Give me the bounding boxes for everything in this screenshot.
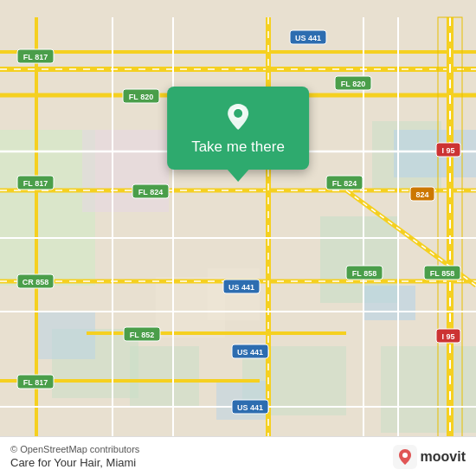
popup-label: Take me there [191, 138, 285, 156]
svg-text:FL 820: FL 820 [341, 80, 365, 88]
svg-text:FL 817: FL 817 [23, 378, 48, 387]
moovit-brand-text: moovit [421, 449, 466, 465]
map-roads: FL 817 US 441 FL 820 FL 820 I 95 FL 817 … [0, 0, 476, 476]
svg-text:FL 858: FL 858 [352, 269, 376, 278]
svg-text:FL 824: FL 824 [332, 179, 357, 188]
svg-text:FL 858: FL 858 [430, 269, 454, 278]
svg-text:I 95: I 95 [441, 332, 454, 341]
svg-text:FL 852: FL 852 [130, 331, 154, 339]
svg-text:FL 820: FL 820 [129, 93, 153, 101]
svg-text:CR 858: CR 858 [23, 278, 49, 286]
svg-text:I 95: I 95 [441, 146, 454, 155]
svg-rect-7 [394, 130, 476, 177]
svg-rect-9 [35, 312, 95, 359]
map-popup[interactable]: Take me there [167, 87, 309, 170]
svg-text:FL 824: FL 824 [138, 188, 163, 196]
svg-text:US 441: US 441 [237, 348, 263, 357]
svg-rect-8 [363, 286, 415, 320]
moovit-logo: moovit [393, 445, 466, 469]
svg-text:US 441: US 441 [295, 34, 321, 42]
svg-point-82 [402, 453, 408, 458]
svg-rect-0 [0, 130, 95, 286]
svg-text:FL 817: FL 817 [23, 53, 48, 61]
map-container: FL 817 US 441 FL 820 FL 820 I 95 FL 817 … [0, 0, 476, 476]
svg-text:FL 817: FL 817 [23, 179, 48, 188]
svg-text:US 441: US 441 [228, 283, 254, 292]
map-attribution: © OpenStreetMap contributors [10, 444, 139, 454]
moovit-logo-icon [393, 445, 417, 469]
take-me-there-button[interactable]: Take me there [167, 87, 309, 170]
svg-point-79 [234, 109, 242, 118]
svg-rect-11 [82, 130, 169, 212]
svg-rect-4 [130, 346, 199, 407]
bottom-bar: © OpenStreetMap contributors Care for Yo… [0, 436, 476, 476]
svg-text:US 441: US 441 [237, 403, 263, 412]
svg-text:824: 824 [415, 190, 428, 199]
place-name-label: Care for Your Hair, Miami [10, 456, 139, 469]
location-pin-icon [222, 100, 254, 132]
